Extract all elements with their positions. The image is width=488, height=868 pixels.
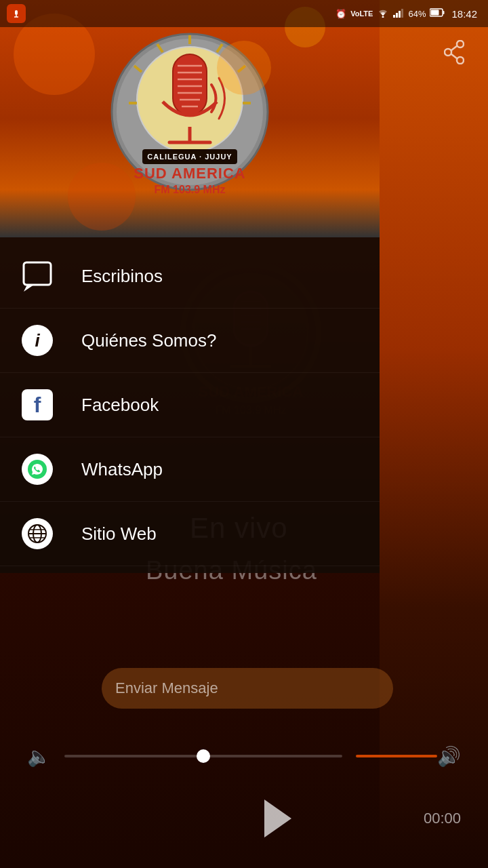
status-bar: ⏰ VoLTE 64%: [0, 0, 488, 27]
menu-item-quienes-somos[interactable]: i Quiénes Somos?: [0, 309, 380, 373]
svg-rect-53: [393, 15, 395, 18]
app-icon: [7, 4, 26, 23]
alarm-icon: ⏰: [336, 9, 346, 19]
navigation-drawer: CALILEGUA · JUJUY SUD AMERICA FM 103.9 M…: [0, 0, 380, 868]
status-icons: ⏰ VoLTE 64%: [336, 8, 477, 20]
svg-line-15: [451, 46, 458, 51]
facebook-icon: f: [20, 388, 54, 422]
svg-rect-55: [399, 11, 401, 18]
info-icon: i: [20, 323, 54, 357]
share-button[interactable]: [439, 37, 469, 67]
svg-rect-49: [15, 10, 18, 15]
menu-list: Escribinos i Quiénes Somos? f Facebook: [0, 237, 380, 573]
bokeh-2: [217, 41, 271, 95]
svg-point-12: [457, 41, 464, 47]
svg-line-16: [451, 54, 458, 59]
svg-text:SUD AMERICA: SUD AMERICA: [134, 165, 245, 182]
sitio-web-label: Sitio Web: [81, 524, 157, 545]
whatsapp-icon: [20, 452, 54, 486]
menu-item-facebook[interactable]: f Facebook: [0, 373, 380, 437]
whatsapp-label: WhatsApp: [81, 459, 163, 480]
battery-percentage: 64%: [408, 9, 426, 19]
svg-text:FM 103.9 MHz: FM 103.9 MHz: [155, 184, 226, 195]
web-icon: [20, 517, 54, 551]
drawer-logo-section: CALILEGUA · JUJUY SUD AMERICA FM 103.9 M…: [0, 0, 380, 237]
wifi-icon: [377, 8, 389, 20]
escribinos-label: Escribinos: [81, 266, 163, 287]
svg-text:CALILEGUA · JUJUY: CALILEGUA · JUJUY: [147, 153, 232, 161]
bokeh-4: [68, 163, 136, 231]
volte-icon: VoLTE: [350, 9, 373, 18]
svg-rect-58: [431, 10, 439, 16]
chat-icon: [20, 259, 54, 293]
svg-rect-54: [396, 13, 398, 18]
time-display: 18:42: [451, 8, 477, 20]
svg-rect-40: [24, 262, 51, 285]
battery-icon: [430, 8, 445, 19]
svg-point-14: [457, 57, 464, 64]
svg-marker-41: [24, 285, 34, 292]
quienes-somos-label: Quiénes Somos?: [81, 330, 216, 351]
svg-rect-56: [401, 9, 403, 18]
menu-item-escribinos[interactable]: Escribinos: [0, 244, 380, 309]
facebook-label: Facebook: [81, 395, 159, 416]
svg-point-52: [382, 16, 384, 18]
svg-point-13: [445, 49, 451, 56]
menu-item-whatsapp[interactable]: WhatsApp: [0, 437, 380, 502]
signal-icon: [393, 8, 404, 20]
svg-rect-59: [443, 11, 445, 14]
volume-up-icon[interactable]: 🔊: [437, 745, 461, 768]
menu-item-sitio-web[interactable]: Sitio Web: [0, 502, 380, 566]
time-display: 00:00: [424, 810, 461, 827]
